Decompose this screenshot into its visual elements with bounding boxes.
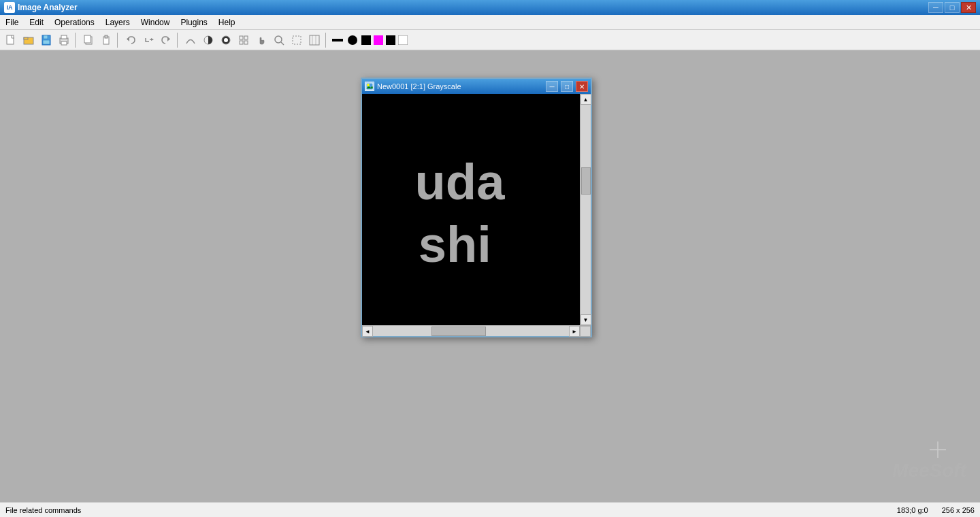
fill-tool-button[interactable]	[218, 32, 234, 48]
svg-rect-10	[84, 35, 91, 43]
menu-plugins[interactable]: Plugins	[175, 16, 212, 29]
image-minimize-button[interactable]: ─	[546, 81, 558, 92]
image-window-titlebar[interactable]: New0001 [2:1] Grayscale ─ □ ✕	[362, 79, 591, 94]
circle-tool-button[interactable]	[200, 32, 216, 48]
paint-tool-button[interactable]	[306, 32, 323, 48]
menu-edit[interactable]: Edit	[24, 16, 49, 29]
copy-button[interactable]	[80, 32, 97, 48]
svg-text:shi: shi	[419, 216, 491, 273]
curve-tool-button[interactable]	[182, 32, 199, 48]
main-area: MeeSoft New0001 [2:1] Grayscale ─ □ ✕	[0, 50, 980, 502]
scroll-thumb-v[interactable]	[581, 167, 591, 195]
paste-button[interactable]	[98, 32, 114, 48]
color-line-button[interactable]	[331, 32, 344, 48]
sep1	[75, 33, 78, 48]
title-bar-controls: ─ □ ✕	[928, 2, 976, 13]
status-bar: File related commands 183;0 g:0 256 x 25…	[0, 502, 980, 517]
scroll-right-button[interactable]: ►	[569, 326, 580, 337]
svg-rect-33	[386, 35, 395, 45]
app-title: Image Analyzer	[18, 3, 928, 12]
redo-arrows-button[interactable]	[140, 32, 157, 48]
svg-rect-4	[44, 35, 48, 39]
new-button[interactable]	[3, 32, 19, 48]
sep4	[325, 33, 328, 48]
menu-layers[interactable]: Layers	[100, 16, 135, 29]
svg-rect-12	[105, 35, 108, 38]
svg-line-24	[281, 42, 284, 45]
svg-rect-19	[240, 36, 243, 39]
open-button[interactable]	[20, 32, 37, 48]
svg-rect-26	[310, 35, 319, 45]
status-dimensions: 256 x 256	[942, 506, 975, 514]
menu-file[interactable]: File	[0, 16, 24, 29]
svg-rect-25	[293, 36, 301, 44]
svg-rect-2	[24, 37, 28, 39]
sep2	[117, 33, 120, 48]
undo-button[interactable]	[122, 32, 139, 48]
app-icon: IA	[4, 2, 15, 13]
color-black2-button[interactable]	[385, 32, 396, 48]
svg-rect-7	[61, 35, 67, 39]
close-button[interactable]: ✕	[961, 2, 976, 13]
crosshair	[930, 441, 946, 461]
scroll-left-button[interactable]: ◄	[362, 326, 373, 337]
svg-rect-22	[244, 41, 248, 44]
hand-tool-button[interactable]	[253, 32, 270, 48]
scroll-down-button[interactable]: ▼	[581, 314, 591, 325]
menu-help[interactable]: Help	[213, 16, 241, 29]
image-window-title: New0001 [2:1] Grayscale	[377, 82, 543, 90]
scroll-thumb-h[interactable]	[431, 327, 486, 336]
zoom-tool-button[interactable]	[271, 32, 287, 48]
minimize-button[interactable]: ─	[928, 2, 943, 13]
svg-point-18	[224, 38, 228, 42]
save-button[interactable]	[38, 32, 54, 48]
scroll-up-button[interactable]: ▲	[581, 94, 591, 105]
toolbar	[0, 30, 980, 50]
color-circle-button[interactable]	[346, 32, 359, 48]
image-maximize-button[interactable]: □	[561, 81, 573, 92]
color-white-button[interactable]	[397, 32, 408, 48]
svg-rect-34	[398, 35, 408, 45]
status-coordinates: 183;0 g:0	[897, 506, 928, 514]
image-content-wrapper: uda shi ▲ ▼	[362, 94, 591, 325]
svg-rect-29	[332, 39, 343, 41]
image-close-button[interactable]: ✕	[576, 81, 588, 92]
vertical-scrollbar[interactable]: ▲ ▼	[580, 94, 591, 325]
maximize-button[interactable]: □	[945, 2, 960, 13]
image-window: New0001 [2:1] Grayscale ─ □ ✕ uda shi ▲	[361, 78, 592, 337]
svg-rect-21	[240, 41, 243, 44]
menu-bar: File Edit Operations Layers Window Plugi…	[0, 15, 980, 30]
grid-tool-button[interactable]	[235, 32, 252, 48]
image-window-icon	[365, 82, 374, 91]
redo-button[interactable]	[158, 32, 174, 48]
color-square1-button[interactable]	[361, 32, 372, 48]
svg-rect-32	[374, 35, 383, 45]
svg-rect-5	[43, 40, 50, 44]
menu-window[interactable]: Window	[135, 16, 176, 29]
svg-point-38	[367, 84, 370, 86]
svg-text:uda: uda	[415, 154, 506, 210]
scroll-track-h[interactable]	[373, 326, 569, 336]
svg-rect-8	[61, 41, 67, 45]
title-bar: IA Image Analyzer ─ □ ✕	[0, 0, 980, 15]
image-canvas: uda shi	[362, 94, 580, 325]
menu-operations[interactable]: Operations	[49, 16, 100, 29]
color-pink-button[interactable]	[373, 32, 384, 48]
watermark: MeeSoft	[892, 460, 966, 482]
status-message: File related commands	[5, 506, 897, 514]
svg-rect-0	[7, 35, 14, 44]
svg-marker-14	[151, 38, 154, 41]
scroll-track-v[interactable]	[581, 105, 591, 314]
scroll-corner	[580, 326, 591, 337]
bottom-scroll-area: ◄ ►	[362, 325, 591, 336]
svg-point-23	[275, 36, 282, 43]
svg-rect-20	[244, 36, 248, 39]
svg-point-30	[348, 35, 357, 45]
select-tool-button[interactable]	[289, 32, 305, 48]
sep3	[177, 33, 180, 48]
print-button[interactable]	[56, 32, 72, 48]
svg-rect-31	[361, 35, 371, 45]
